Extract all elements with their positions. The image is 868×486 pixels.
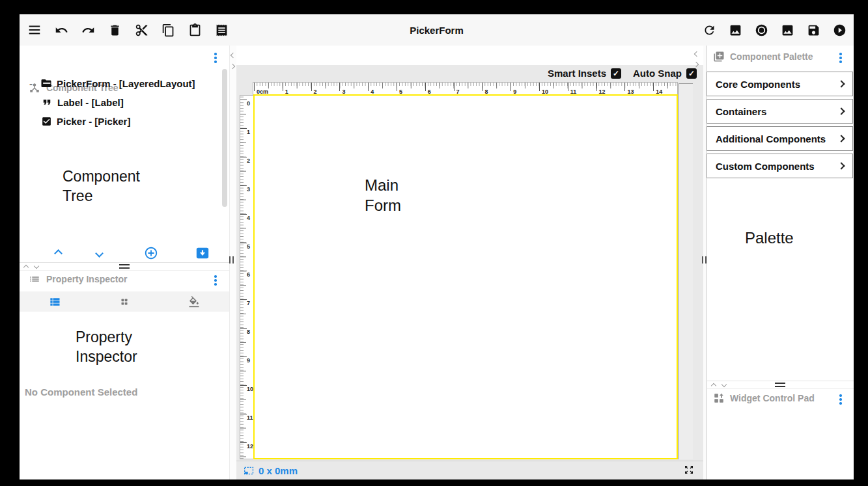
auto-snap-checkbox[interactable] bbox=[686, 68, 697, 79]
h-ruler-tick bbox=[653, 83, 654, 91]
collapse-down-icon[interactable] bbox=[34, 263, 39, 269]
v-ruler-label: 0 bbox=[247, 100, 250, 107]
clipboard-icon bbox=[188, 23, 202, 37]
v-ruler-tick bbox=[240, 299, 247, 300]
left-splitter-grip[interactable] bbox=[229, 256, 234, 263]
snapshot-button[interactable] bbox=[779, 21, 796, 38]
h-ruler-tick bbox=[368, 83, 369, 91]
tree-item-pickerform[interactable]: - PickerForm - [LayeredLayout] bbox=[29, 75, 195, 91]
property-inspector-header: Property Inspector bbox=[29, 273, 127, 285]
copy-button[interactable] bbox=[160, 21, 176, 38]
h-ruler-tick bbox=[311, 83, 312, 91]
design-form-surface[interactable]: Main Form bbox=[253, 94, 678, 459]
tree-move-up-button[interactable] bbox=[49, 245, 66, 262]
paste-button[interactable] bbox=[186, 21, 203, 38]
widget-control-pad-menu-button[interactable] bbox=[837, 394, 844, 405]
v-ruler-label: 7 bbox=[247, 300, 250, 306]
tree-add-button[interactable] bbox=[143, 245, 160, 262]
v-ruler-tick bbox=[240, 157, 247, 157]
palette-category-additional-components[interactable]: Additional Components bbox=[707, 126, 853, 151]
cut-button[interactable] bbox=[133, 21, 150, 38]
property-inspector-tabs bbox=[20, 291, 229, 312]
h-ruler-tick bbox=[511, 83, 511, 91]
main-form-annotation: Main Form bbox=[365, 175, 425, 215]
tree-move-down-button[interactable] bbox=[91, 245, 107, 262]
refresh-button[interactable] bbox=[701, 21, 718, 38]
collapse-up-icon[interactable] bbox=[711, 383, 716, 388]
palette-category-core-components[interactable]: Core Components bbox=[707, 72, 853, 96]
splitter-grip[interactable] bbox=[775, 383, 785, 387]
menu-button[interactable] bbox=[26, 21, 43, 38]
auto-snap-toggle[interactable]: Auto Snap bbox=[633, 68, 697, 79]
smart-insets-checkbox[interactable] bbox=[611, 68, 621, 79]
tree-item-label[interactable]: Label - [Label] bbox=[41, 94, 124, 110]
save-button[interactable] bbox=[805, 21, 822, 38]
smart-insets-toggle[interactable]: Smart Insets bbox=[548, 68, 621, 79]
tab-properties-grid[interactable] bbox=[116, 293, 133, 310]
chevron-right-icon bbox=[837, 80, 845, 87]
image-button[interactable] bbox=[727, 21, 744, 38]
splitter-grip[interactable] bbox=[119, 264, 130, 269]
v-ruler-tick bbox=[240, 442, 247, 443]
v-ruler-label: 2 bbox=[247, 157, 250, 164]
v-ruler-label: 12 bbox=[247, 443, 253, 450]
v-ruler-tick bbox=[240, 243, 247, 243]
scissors-icon bbox=[135, 23, 148, 37]
redo-icon bbox=[81, 23, 95, 37]
palette-category-custom-components[interactable]: Custom Components bbox=[707, 154, 853, 178]
property-inspector-title: Property Inspector bbox=[46, 274, 127, 284]
fullscreen-button[interactable] bbox=[682, 463, 695, 478]
right-splitter-grip[interactable] bbox=[702, 256, 707, 263]
folder-icon bbox=[40, 77, 52, 89]
view-list-icon bbox=[48, 295, 61, 308]
v-ruler-label: 10 bbox=[247, 386, 253, 392]
component-tree-menu-button[interactable] bbox=[212, 53, 219, 63]
collapse-up-icon[interactable] bbox=[23, 265, 29, 270]
tab-properties-list[interactable] bbox=[46, 293, 63, 310]
v-ruler-label: 3 bbox=[247, 186, 250, 193]
h-ruler-tick bbox=[283, 83, 283, 91]
tree-scrollbar[interactable] bbox=[222, 69, 227, 207]
redo-button[interactable] bbox=[79, 21, 96, 38]
delete-button[interactable] bbox=[106, 21, 123, 38]
undo-button[interactable] bbox=[53, 21, 70, 38]
property-inspector-annotation: Property Inspector bbox=[76, 327, 170, 366]
h-ruler-tick bbox=[425, 83, 426, 91]
palette-category-containers[interactable]: Containers bbox=[707, 99, 853, 124]
dimensions-value: 0 x 0mm bbox=[259, 465, 298, 476]
component-tree-annotation: Component Tree bbox=[63, 167, 167, 206]
run-button[interactable] bbox=[831, 21, 848, 38]
collapse-down-icon[interactable] bbox=[721, 382, 727, 387]
tree-expander[interactable]: - bbox=[29, 78, 36, 89]
canvas-statusbar: 0 x 0mm bbox=[236, 461, 703, 479]
paint-bucket-icon bbox=[188, 296, 200, 308]
receipt-button[interactable] bbox=[213, 21, 230, 38]
v-ruler-tick bbox=[240, 357, 247, 357]
property-inspector-menu-button[interactable] bbox=[212, 275, 219, 286]
h-ruler-tick bbox=[254, 83, 255, 91]
v-ruler-label: 9 bbox=[247, 357, 250, 364]
palette-annotation: Palette bbox=[745, 229, 794, 247]
panel-splitter[interactable] bbox=[20, 262, 229, 271]
tree-insert-button[interactable] bbox=[194, 245, 211, 262]
canvas-vertical-scrollbar[interactable] bbox=[679, 83, 693, 459]
h-ruler-tick bbox=[339, 83, 340, 91]
h-ruler: 0cm1234567891011121314 bbox=[253, 82, 678, 95]
canvas-toggles: Smart Insets Auto Snap bbox=[236, 68, 697, 79]
refresh-icon bbox=[703, 23, 716, 37]
v-ruler-tick bbox=[240, 100, 247, 100]
tree-item-label: Label - [Label] bbox=[57, 97, 124, 108]
component-palette-title: Component Palette bbox=[730, 51, 813, 62]
widget-pad-icon bbox=[713, 392, 725, 404]
v-ruler-label: 1 bbox=[247, 129, 250, 135]
widget-control-pad-title: Widget Control Pad bbox=[730, 393, 815, 403]
record-button[interactable] bbox=[753, 21, 770, 38]
receipt-icon bbox=[215, 23, 229, 37]
tab-style[interactable] bbox=[186, 293, 203, 310]
tree-item-picker[interactable]: Picker - [Picker] bbox=[41, 113, 130, 129]
selection-rect-icon bbox=[244, 465, 255, 476]
insert-down-icon bbox=[195, 246, 210, 260]
palette-category-label: Additional Components bbox=[716, 133, 826, 144]
palette-splitter[interactable] bbox=[707, 381, 854, 389]
component-palette-menu-button[interactable] bbox=[837, 53, 844, 63]
